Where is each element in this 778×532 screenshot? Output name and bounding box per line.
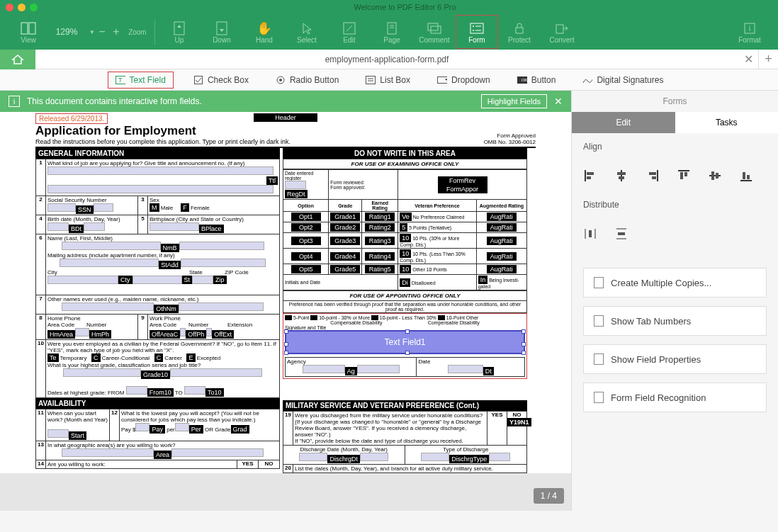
comment-button[interactable]: Comment xyxy=(413,15,456,49)
form-field[interactable]: 10 xyxy=(400,265,411,273)
side-tab-tasks[interactable]: Tasks xyxy=(675,112,779,133)
home-button[interactable] xyxy=(0,50,35,69)
form-field[interactable]: AugRati xyxy=(487,237,517,245)
form-field[interactable]: Grade1 xyxy=(330,213,360,221)
zoom-in[interactable]: + xyxy=(109,26,123,38)
form-field[interactable]: NmB xyxy=(161,244,179,252)
form-field[interactable]: HmArea xyxy=(47,330,75,339)
close-window[interactable] xyxy=(6,4,13,11)
create-copies-button[interactable]: Create Multiple Copies... xyxy=(583,268,767,298)
zoom-out[interactable]: − xyxy=(95,26,109,38)
form-field[interactable]: RegDt xyxy=(285,190,308,198)
text-field-tool[interactable]: TText Field xyxy=(108,72,174,89)
button-tool[interactable]: OKButton xyxy=(510,72,563,88)
checkbox-tool[interactable]: Check Box xyxy=(186,72,256,88)
distribute-v-icon[interactable] xyxy=(614,227,628,241)
form-field[interactable]: Dt xyxy=(483,367,494,375)
signature-tool[interactable]: Digital Signatures xyxy=(575,72,670,88)
form-field[interactable]: Te xyxy=(47,353,59,362)
form-field[interactable]: M xyxy=(150,203,159,212)
form-field[interactable]: Rating4 xyxy=(365,252,395,261)
radio-tool[interactable]: Radio Button xyxy=(269,72,346,88)
form-field[interactable]: Di xyxy=(400,278,410,287)
form-field[interactable]: Grade5 xyxy=(330,265,360,273)
form-field[interactable]: 10 xyxy=(400,234,411,242)
form-field[interactable]: SSN xyxy=(76,205,94,214)
document-tab[interactable]: employment-application-form.pdf xyxy=(35,55,738,64)
form-field[interactable]: AugRati xyxy=(487,213,517,221)
form-field[interactable]: Ag xyxy=(345,367,357,375)
up-button[interactable]: Up xyxy=(158,15,201,49)
close-notice[interactable]: ✕ xyxy=(554,96,563,107)
form-field[interactable]: Opt1 xyxy=(291,213,321,221)
add-tab[interactable]: + xyxy=(758,50,778,69)
form-field[interactable]: C xyxy=(91,353,101,362)
align-center-v-icon[interactable] xyxy=(708,169,722,183)
form-field[interactable]: Opt2 xyxy=(291,223,321,232)
form-field[interactable]: 5 xyxy=(400,223,407,232)
text-field-selected[interactable]: Text Field1 xyxy=(285,330,525,354)
form-field[interactable]: E xyxy=(186,353,195,362)
form-field[interactable]: Start xyxy=(69,431,86,440)
distribute-h-icon[interactable] xyxy=(583,227,597,241)
form-field[interactable]: Pay xyxy=(150,425,165,434)
form-field[interactable]: Rating2 xyxy=(365,223,395,232)
view-button[interactable]: View xyxy=(7,15,50,49)
form-field[interactable]: HmPh xyxy=(89,330,111,339)
form-field[interactable]: Opt4 xyxy=(291,252,321,261)
page-button[interactable]: Page xyxy=(371,15,413,49)
form-field[interactable]: OffPh xyxy=(186,330,206,339)
form-field[interactable]: Rating1 xyxy=(365,213,395,221)
align-right-icon[interactable] xyxy=(645,169,660,183)
minimize-window[interactable] xyxy=(18,4,26,11)
down-button[interactable]: Down xyxy=(201,15,243,49)
form-field[interactable]: Grade10 xyxy=(141,370,170,379)
form-field[interactable]: FormRev xyxy=(438,176,487,185)
form-field[interactable]: F xyxy=(181,203,189,212)
align-left-icon[interactable] xyxy=(583,169,597,183)
zoom-input[interactable] xyxy=(50,27,84,37)
form-field[interactable]: Area xyxy=(154,451,171,459)
align-bottom-icon[interactable] xyxy=(739,169,753,183)
form-field[interactable]: Per xyxy=(189,425,203,434)
form-field[interactable]: AugRati xyxy=(487,265,517,273)
close-tab[interactable]: ✕ xyxy=(738,50,758,69)
form-field[interactable]: Rating3 xyxy=(365,237,395,245)
form-field[interactable]: OthNm xyxy=(154,305,179,313)
form-field[interactable]: Grade2 xyxy=(330,223,360,232)
select-button[interactable]: Select xyxy=(286,15,328,49)
form-field[interactable]: BDt xyxy=(69,225,84,233)
form-field[interactable]: Grad xyxy=(231,425,249,434)
format-button[interactable]: iFormat xyxy=(728,15,771,49)
convert-button[interactable]: Convert xyxy=(541,15,583,49)
show-field-props-button[interactable]: Show Field Properties xyxy=(583,344,767,374)
side-tab-edit[interactable]: Edit xyxy=(572,112,675,133)
highlight-fields-button[interactable]: Highlight Fields xyxy=(481,94,547,108)
form-field[interactable]: Zip xyxy=(213,276,227,284)
listbox-tool[interactable]: List Box xyxy=(359,72,417,88)
form-field[interactable]: Rating5 xyxy=(365,265,395,273)
form-field[interactable]: Grade3 xyxy=(330,237,360,245)
form-field[interactable]: AugRati xyxy=(487,252,517,261)
form-field[interactable]: OffExt xyxy=(212,330,234,339)
form-field[interactable]: Ttl xyxy=(266,176,278,185)
form-field[interactable]: Header xyxy=(254,113,317,122)
form-field[interactable]: Y19N1 xyxy=(507,418,531,426)
form-field[interactable]: St xyxy=(182,276,193,284)
form-field[interactable]: Opt3 xyxy=(291,237,321,245)
form-field[interactable]: Opt5 xyxy=(291,265,321,273)
form-field[interactable]: Cty xyxy=(118,276,133,284)
form-field[interactable]: From10 xyxy=(147,388,174,397)
form-field[interactable]: DischrgType xyxy=(449,455,489,463)
hand-button[interactable]: ✋Hand xyxy=(243,15,286,49)
form-button[interactable]: Form xyxy=(456,15,498,49)
document-viewport[interactable]: i This document contains interactive for… xyxy=(0,91,571,511)
form-field[interactable]: OffAreaC xyxy=(150,330,180,339)
edit-button[interactable]: Edit xyxy=(328,15,371,49)
form-field[interactable]: To10 xyxy=(205,388,224,397)
form-recognition-button[interactable]: Form Field Recognition xyxy=(583,383,767,412)
align-top-icon[interactable] xyxy=(677,169,691,183)
align-center-h-icon[interactable] xyxy=(614,169,628,183)
show-tab-numbers-button[interactable]: Show Tab Numbers xyxy=(583,306,767,336)
form-field[interactable]: In xyxy=(478,276,488,284)
